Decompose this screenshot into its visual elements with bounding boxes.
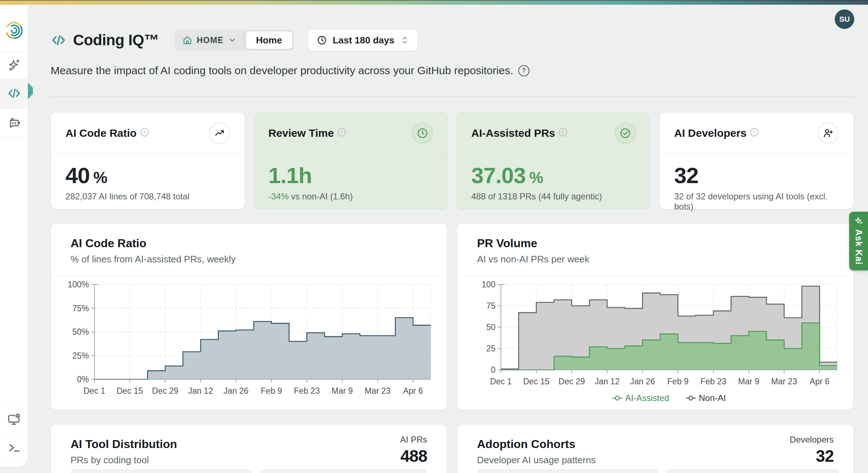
code-icon: [51, 32, 67, 48]
trending-up-icon: [214, 128, 225, 139]
svg-text:Apr 6: Apr 6: [810, 377, 830, 386]
bot-icon: [7, 115, 21, 130]
swirl-logo-icon: [5, 21, 24, 40]
page-title: Coding IQ™: [73, 31, 159, 49]
info-icon[interactable]: i: [559, 128, 567, 136]
card-subtitle: PRs by coding tool: [71, 455, 427, 466]
svg-text:Dec 1: Dec 1: [84, 386, 105, 396]
svg-text:Feb 23: Feb 23: [294, 386, 320, 396]
card-ai-tool-distribution: AI Tool Distribution PRs by coding tool …: [51, 424, 447, 473]
stat-value: 37.03%: [471, 164, 636, 187]
stat-card-body: 40% 282,037 AI lines of 708,748 total: [51, 154, 244, 202]
code-icon: [7, 86, 21, 101]
stat-card-title: AI-Assisted PRs: [471, 127, 555, 139]
header-divider: [51, 96, 854, 97]
svg-text:Apr 6: Apr 6: [403, 386, 423, 396]
svg-text:25: 25: [486, 344, 495, 353]
svg-text:AI-Assisted: AI-Assisted: [625, 393, 669, 403]
divider: [0, 137, 28, 138]
nav-separator: [243, 34, 244, 47]
ask-kai-label: Ask Kai: [854, 229, 864, 265]
sparkles-icon: [854, 216, 863, 225]
svg-text:Mar 23: Mar 23: [365, 386, 391, 396]
pr-volume-chart: 0255075100Dec 1Dec 15Dec 29Jan 12Jan 26F…: [465, 279, 847, 405]
sidebar-logo[interactable]: [0, 14, 28, 47]
stat-card-title: Review Time: [268, 127, 334, 139]
breadcrumb-nav: HOME Home: [174, 30, 294, 51]
ai-code-ratio-chart: 0%25%50%75%100%Dec 1Dec 15Dec 29Jan 12Ja…: [58, 279, 440, 405]
info-icon[interactable]: i: [750, 128, 758, 136]
home-tab-button[interactable]: Home: [246, 31, 292, 49]
stat-card-header: AI Developersi: [660, 113, 853, 154]
trending-up-icon-button[interactable]: [209, 123, 230, 144]
svg-text:75: 75: [486, 301, 495, 311]
svg-text:Dec 29: Dec 29: [558, 377, 585, 386]
terminal-icon: [7, 440, 21, 455]
page-subtitle: Measure the impact of AI coding tools on…: [51, 64, 529, 77]
sidebar-item-terminal[interactable]: [0, 434, 28, 462]
stat-card-title: AI Developers: [674, 127, 746, 139]
chart-subtitle: % of lines from AI-assisted PRs, weekly: [71, 254, 427, 265]
legend-item-non-ai[interactable]: Non-AI: [686, 393, 726, 403]
svg-text:0%: 0%: [77, 375, 89, 384]
svg-text:50%: 50%: [72, 327, 89, 337]
svg-text:Mar 9: Mar 9: [332, 386, 353, 396]
sidebar-item-sparkles[interactable]: [0, 52, 28, 79]
check-circle-icon-button[interactable]: [615, 123, 636, 144]
card-header: AI Tool Distribution PRs by coding tool: [51, 425, 447, 473]
nav-section-label[interactable]: HOME: [197, 35, 224, 45]
svg-text:Dec 15: Dec 15: [523, 377, 549, 386]
chart-card-ai-code-ratio: AI Code Ratio % of lines from AI-assiste…: [51, 223, 447, 410]
stat-card-ai-code-ratio: AI Code Ratioi 40% 282,037 AI lines of 7…: [51, 112, 245, 209]
select-chevrons-icon: [401, 35, 409, 45]
svg-text:Jan 12: Jan 12: [188, 386, 213, 396]
subtitle-text: Measure the impact of AI coding tools on…: [51, 64, 513, 77]
stat-value: 1.1h: [268, 164, 433, 187]
card-title: AI Tool Distribution: [71, 438, 427, 451]
svg-text:Jan 26: Jan 26: [630, 377, 655, 386]
svg-text:50: 50: [486, 322, 495, 332]
chart-header: AI Code Ratio % of lines from AI-assiste…: [51, 224, 447, 276]
stat-subtext: -34% vs non-AI (1.6h): [268, 191, 433, 202]
help-icon[interactable]: ?: [518, 65, 529, 76]
svg-text:Mar 9: Mar 9: [738, 377, 760, 386]
clock-icon-button[interactable]: [412, 123, 433, 144]
svg-text:25%: 25%: [72, 351, 89, 360]
monitor-settings-icon: [7, 412, 21, 426]
info-icon[interactable]: i: [140, 128, 149, 136]
sidebar: [0, 5, 28, 467]
stat-card-title: AI Code Ratio: [65, 127, 137, 139]
stat-value: 32: [674, 164, 839, 187]
user-avatar[interactable]: SU: [835, 9, 854, 29]
svg-text:100: 100: [482, 280, 495, 289]
svg-text:Dec 15: Dec 15: [116, 386, 143, 396]
stat-card-ai-developers: AI Developersi 32 32 of 32 developers us…: [659, 112, 854, 209]
user-plus-icon-button[interactable]: [818, 123, 839, 144]
coding-iq-dashboard: Coding IQ™ HOME Home Last 180 days SU M: [0, 0, 868, 473]
sidebar-item-coding-iq[interactable]: [0, 79, 28, 108]
svg-text:Dec 29: Dec 29: [152, 386, 178, 396]
sidebar-item-bot[interactable]: [0, 108, 28, 137]
sidebar-active-indicator: [28, 83, 33, 99]
legend-item-ai-assisted[interactable]: AI-Assisted: [612, 393, 669, 403]
clipped-content: [667, 469, 839, 473]
ask-kai-button[interactable]: Ask Kai: [849, 212, 868, 270]
svg-text:100%: 100%: [68, 280, 89, 289]
info-icon[interactable]: i: [337, 128, 346, 136]
card-stat: Developers 32: [790, 435, 834, 466]
stat-card-header: AI Code Ratioi: [51, 113, 244, 154]
chart-header: PR Volume AI vs non-AI PRs per week: [458, 224, 853, 276]
card-stat-value: 32: [790, 446, 834, 466]
card-adoption-cohorts: Adoption Cohorts Developer AI usage patt…: [457, 424, 854, 473]
clock-icon: [417, 127, 428, 139]
check-circle-icon: [620, 127, 631, 139]
card-subtitle: Developer AI usage patterns: [477, 455, 834, 466]
chevron-down-icon[interactable]: [228, 36, 236, 44]
time-range-select[interactable]: Last 180 days: [308, 29, 418, 51]
sidebar-item-system-settings[interactable]: [0, 405, 28, 434]
svg-text:Dec 1: Dec 1: [490, 377, 512, 386]
stat-value: 40%: [65, 164, 230, 187]
chart-subtitle: AI vs non-AI PRs per week: [477, 254, 834, 265]
card-stat-label: AI PRs: [400, 435, 427, 445]
svg-text:Feb 9: Feb 9: [667, 377, 689, 386]
